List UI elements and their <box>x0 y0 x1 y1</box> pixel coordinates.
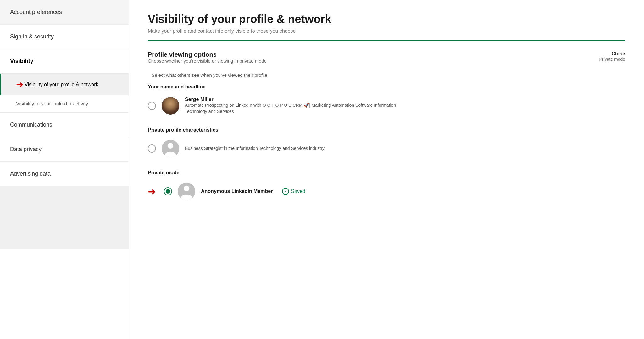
sidebar-empty-space <box>0 186 129 249</box>
section-header: Profile viewing options Choose whether y… <box>148 51 625 71</box>
sidebar-item-visibility-profile-network[interactable]: ➜ Visibility of your profile & network <box>0 74 129 95</box>
sidebar-item-visibility[interactable]: Visibility <box>0 49 129 74</box>
option-text-private-mode: Anonymous LinkedIn Member <box>201 189 273 194</box>
option-desc-serge: Automate Prospecting on LinkedIn with O … <box>185 102 405 115</box>
sidebar-item-visibility-linkedin-activity[interactable]: Visibility of your LinkedIn activity <box>0 95 129 112</box>
sidebar-item-sign-in-security[interactable]: Sign in & security <box>0 25 129 49</box>
sidebar-item-account-preferences[interactable]: Account preferences <box>0 0 129 25</box>
red-arrow-bottom-icon: ➜ <box>148 186 156 197</box>
saved-badge: ✓ Saved <box>282 188 305 195</box>
section-divider <box>148 40 625 41</box>
option-group-label-your-name: Your name and headline <box>148 84 625 90</box>
option-name-serge: Serge Miller <box>185 97 405 102</box>
option-desc-private-characteristics: Business Strategist in the Information T… <box>185 145 325 152</box>
sidebar-item-data-privacy[interactable]: Data privacy <box>0 137 129 162</box>
radio-private-characteristics[interactable] <box>148 144 156 153</box>
avatar-private-characteristics <box>162 140 179 157</box>
page-title: Visibility of your profile & network <box>148 13 625 26</box>
option-name-anonymous: Anonymous LinkedIn Member <box>201 189 273 194</box>
close-label[interactable]: Close <box>599 51 625 57</box>
option-group-private-mode: Private mode ➜ Anonymous LinkedIn Member… <box>148 170 625 203</box>
option-group-private-characteristics: Private profile characteristics Business… <box>148 127 625 160</box>
sidebar: Account preferences Sign in & security V… <box>0 0 129 339</box>
sidebar-item-communications[interactable]: Communications <box>0 113 129 137</box>
saved-label: Saved <box>291 189 305 194</box>
radio-private-mode[interactable] <box>164 187 172 195</box>
option-row-private-characteristics: Business Strategist in the Information T… <box>148 137 625 160</box>
close-sublabel: Private mode <box>599 57 625 62</box>
red-arrow-sidebar-icon: ➜ <box>16 79 23 90</box>
saved-checkmark-icon: ✓ <box>282 188 289 195</box>
section-subtitle: Choose whether you're visible or viewing… <box>148 58 267 64</box>
avatar-real-inner <box>162 97 179 115</box>
option-row-your-name: Serge Miller Automate Prospecting on Lin… <box>148 94 625 117</box>
option-row-private-mode: ➜ Anonymous LinkedIn Member ✓ Saved <box>148 180 625 203</box>
option-group-label-private-characteristics: Private profile characteristics <box>148 127 625 133</box>
section-title-area: Profile viewing options Choose whether y… <box>148 51 267 71</box>
sidebar-sub-visibility: ➜ Visibility of your profile & network V… <box>0 74 129 113</box>
radio-your-name[interactable] <box>148 102 156 110</box>
option-text-your-name: Serge Miller Automate Prospecting on Lin… <box>185 97 405 115</box>
avatar-private-mode <box>178 183 195 200</box>
option-group-your-name: Your name and headline Serge Miller Auto… <box>148 84 625 117</box>
sidebar-item-advertising-data[interactable]: Advertising data <box>0 162 129 186</box>
option-group-label-private-mode: Private mode <box>148 170 625 176</box>
page-subtitle: Make your profile and contact info only … <box>148 28 625 34</box>
selection-hint: Select what others see when you've viewe… <box>152 72 625 78</box>
option-text-private-characteristics: Business Strategist in the Information T… <box>185 145 325 152</box>
close-area[interactable]: Close Private mode <box>599 51 625 62</box>
section-title: Profile viewing options <box>148 51 267 58</box>
main-content: Visibility of your profile & network Mak… <box>129 0 644 339</box>
avatar-serge-miller <box>162 97 179 115</box>
